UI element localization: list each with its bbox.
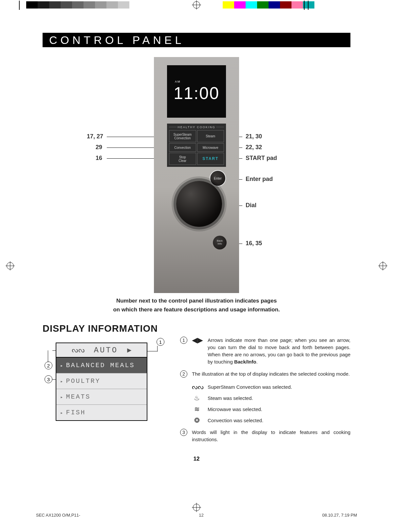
menu-item: FISH — [56, 404, 147, 420]
button-grid: SuperSteamConvection Steam Convection Mi… — [167, 130, 226, 167]
color-swatch — [291, 1, 303, 9]
info-label: Info — [217, 243, 222, 246]
callout-right-6: 16, 35 — [246, 240, 262, 247]
crop-tick — [304, 1, 305, 10]
mode-label: Microwave was selected. — [208, 406, 262, 412]
info-item-1: 1 ◀▶ Arrows indicate more than one page;… — [180, 337, 350, 365]
callout-circle-3: 3 — [45, 375, 52, 383]
registration-bottom — [0, 504, 393, 512]
display-screen-illustration: 1 2 3 ᔓᔓ AUTO ▶ BALANCED MEALSPOULTRYMEA… — [43, 337, 167, 435]
slug-left: SEC AX1200 O/M,P11- — [36, 513, 80, 518]
clock-time: 11:00 — [174, 83, 219, 103]
reg-mark-icon — [7, 262, 14, 269]
info-text-2: The illustration at the top of display i… — [192, 370, 350, 378]
crop-tick — [19, 1, 20, 10]
slug-center: 12 — [199, 513, 203, 518]
info1-main: Arrows indicate more than one page; when… — [208, 337, 350, 364]
info-num-2: 2 — [180, 370, 187, 378]
color-swatch — [303, 1, 314, 9]
caption-line-2: on which there are feature descriptions … — [113, 306, 280, 313]
mode-label: Steam was selected. — [208, 395, 253, 401]
steam-button[interactable]: Steam — [197, 130, 224, 142]
callout-circle-2: 2 — [45, 362, 52, 369]
info-item-3: 3 Words will light in the display to ind… — [180, 429, 350, 443]
color-swatch — [257, 1, 269, 9]
reg-mark-icon — [193, 1, 200, 9]
menu-item: MEATS — [56, 389, 147, 404]
color-swatch — [61, 1, 72, 9]
oven-display: AM 11:00 — [167, 65, 226, 118]
info-text-1: Arrows indicate more than one page; when… — [208, 337, 350, 365]
dial[interactable] — [176, 181, 222, 227]
menu-screen: ᔓᔓ AUTO ▶ BALANCED MEALSPOULTRYMEATSFISH — [56, 343, 147, 421]
callout-right-5: Dial — [246, 202, 256, 209]
slug-right: 08.10.27, 7:19 PM — [322, 513, 357, 518]
am-indicator: AM — [175, 80, 181, 83]
crop-tick — [308, 1, 309, 10]
convection-button[interactable]: Convection — [169, 143, 196, 152]
leader-line — [157, 346, 158, 351]
supersteam-convection-button[interactable]: SuperSteamConvection — [169, 130, 196, 142]
info-item-2: 2 The illustration at the top of display… — [180, 370, 350, 378]
display-info-row: 1 2 3 ᔓᔓ AUTO ▶ BALANCED MEALSPOULTRYMEA… — [43, 337, 350, 448]
menu-header: ᔓᔓ AUTO ▶ — [56, 343, 147, 358]
mode-microwave: ≋ Microwave was selected. — [192, 405, 350, 413]
color-swatch — [246, 1, 257, 9]
info-text-3: Words will light in the display to indic… — [192, 429, 350, 443]
stop-clear-button[interactable]: StopClear — [169, 153, 196, 165]
callout-circle-1: 1 — [157, 338, 164, 346]
menu-items: BALANCED MEALSPOULTRYMEATSFISH — [56, 358, 147, 420]
color-swatch — [280, 1, 291, 9]
oven-panel: AM 11:00 HEALTHY COOKING SuperSteamConve… — [154, 57, 239, 293]
mode-convection: ❂ Convection was selected. — [192, 416, 350, 424]
enter-pad[interactable]: Enter — [210, 170, 226, 187]
menu-item: BALANCED MEALS — [56, 358, 147, 373]
color-swatch — [49, 1, 61, 9]
healthy-cooking-label: HEALTHY COOKING — [167, 124, 226, 130]
supersteam-icon: ᔓᔓ — [192, 383, 202, 391]
microwave-icon: ≋ — [192, 405, 202, 413]
color-swatch — [84, 1, 95, 9]
microwave-button[interactable]: Microwave — [197, 143, 224, 152]
steam-icon: ᔓᔓ — [72, 346, 85, 355]
info1-tail: . — [256, 359, 257, 365]
panel-caption: Number next to the control panel illustr… — [43, 296, 350, 314]
convection-icon: ❂ — [192, 416, 202, 424]
color-swatch — [38, 1, 49, 9]
caption-line-1: Number next to the control panel illustr… — [116, 298, 277, 304]
arrow-right-icon: ▶ — [127, 346, 131, 355]
color-swatch — [106, 1, 118, 9]
color-swatch — [26, 1, 38, 9]
auto-label: AUTO — [94, 346, 118, 355]
info-num-3: 3 — [180, 429, 187, 436]
color-swatch — [223, 1, 234, 9]
color-bar-left — [26, 1, 129, 9]
mode-label: SuperSteam Convection was selected. — [208, 384, 292, 390]
info1-bold: Back/Info — [234, 359, 256, 365]
callout-right-2: 22, 32 — [246, 144, 262, 151]
page-content: CONTROL PANEL 17, 27 29 16 21, 30 22, 32… — [43, 33, 350, 493]
callout-right-3: START pad — [246, 155, 277, 162]
callout-left-3: 16 — [96, 155, 102, 162]
color-swatch — [314, 1, 326, 9]
callout-left-1: 17, 27 — [87, 133, 103, 140]
mode-steam: ♨ Steam was selected. — [192, 394, 350, 402]
leader-line — [48, 350, 48, 362]
color-bar-right — [223, 1, 326, 9]
reg-mark-icon — [193, 504, 200, 511]
button-area: HEALTHY COOKING SuperSteamConvection Ste… — [167, 124, 226, 167]
callout-left-2: 29 — [96, 144, 102, 151]
start-button[interactable]: START — [197, 153, 224, 165]
color-swatch — [118, 1, 129, 9]
info-num-1: 1 — [180, 337, 187, 344]
color-swatch — [95, 1, 106, 9]
color-swatch — [72, 1, 84, 9]
menu-item: POULTRY — [56, 373, 147, 389]
section-title: CONTROL PANEL — [43, 34, 184, 47]
display-information-heading: DISPLAY INFORMATION — [43, 323, 350, 334]
control-panel-illustration: 17, 27 29 16 21, 30 22, 32 START pad Ent… — [43, 57, 350, 293]
mode-label: Convection was selected. — [208, 418, 263, 423]
mode-list: ᔓᔓ SuperSteam Convection was selected. ♨… — [192, 383, 350, 424]
display-info-text: 1 ◀▶ Arrows indicate more than one page;… — [180, 337, 350, 448]
back-info-pad[interactable]: Back Info — [213, 236, 227, 249]
